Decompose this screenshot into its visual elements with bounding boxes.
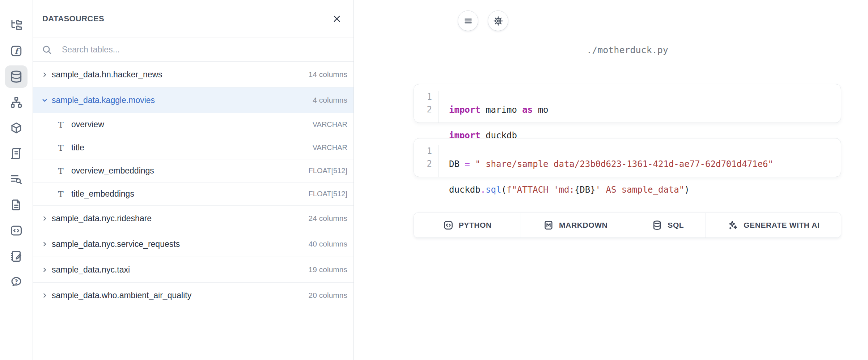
chevron-right-icon [41, 292, 48, 299]
file-tree-icon [10, 19, 23, 32]
table-row[interactable]: sample_data.hn.hacker_news 14 columns [33, 62, 353, 87]
sidebar-item-search-logs[interactable] [5, 168, 27, 190]
table-row[interactable]: sample_data.who.ambient_air_quality 20 c… [33, 283, 353, 308]
list-search-icon [10, 173, 23, 186]
line-number: 2 [414, 158, 432, 170]
code-icon [443, 220, 454, 231]
close-panel-button[interactable] [330, 12, 344, 26]
table-column-count: 20 columns [309, 291, 347, 300]
column-name: overview_embeddings [71, 166, 154, 176]
activity-bar: f ? [0, 0, 33, 360]
text-type-icon: T [56, 189, 65, 199]
database-icon [9, 70, 23, 83]
sidebar-item-file-tree[interactable] [5, 14, 27, 37]
scroll-icon [10, 147, 23, 160]
column-name: title_embeddings [71, 189, 134, 199]
code-editor[interactable]: import marimo as mo import duckdb [439, 91, 549, 123]
code-cell[interactable]: 1 2 DB = "_share/sample_data/23b0d623-13… [414, 138, 841, 177]
line-number: 2 [414, 103, 432, 116]
table-column-count: 40 columns [309, 240, 347, 248]
sidebar-item-packages[interactable] [5, 117, 27, 139]
sparkles-icon [727, 219, 738, 231]
text-type-icon: T [56, 143, 65, 153]
datasources-panel: DATASOURCES sample_data.hn.hacker_news 1… [33, 0, 354, 360]
app-window: f ? DATASOURCES [0, 0, 868, 360]
chevron-right-icon [41, 72, 48, 78]
line-number-gutter: 1 2 [414, 91, 439, 123]
table-row[interactable]: sample_data.nyc.rideshare 24 columns [33, 206, 353, 231]
add-cell-toolbar: PYTHON MARKDOWN SQL GENERATE WITH AI [414, 213, 841, 238]
text-type-icon: T [56, 166, 65, 176]
hamburger-menu-icon [463, 16, 473, 26]
column-name: title [71, 143, 84, 153]
sidebar-item-datasources[interactable] [5, 65, 27, 88]
add-sql-cell-button[interactable]: SQL [630, 213, 706, 237]
close-icon [332, 14, 342, 23]
sidebar-item-scratchpad[interactable] [5, 245, 27, 267]
table-name: sample_data.nyc.taxi [52, 265, 130, 275]
column-row[interactable]: T title VARCHAR [33, 136, 353, 159]
package-cube-icon [10, 121, 23, 134]
sidebar-item-dependency-graph[interactable] [5, 91, 27, 113]
column-row[interactable]: T overview_embeddings FLOAT[512] [33, 159, 353, 183]
sidebar-item-chat-help[interactable]: ? [5, 271, 27, 293]
table-name: sample_data.who.ambient_air_quality [52, 291, 191, 300]
column-row[interactable]: T title_embeddings FLOAT[512] [33, 183, 353, 206]
table-name: sample_data.nyc.service_requests [52, 239, 180, 249]
sitemap-icon [10, 96, 23, 109]
search-icon [42, 44, 52, 55]
sidebar-item-documentation[interactable] [5, 194, 27, 216]
code-editor[interactable]: DB = "_share/sample_data/23b0d623-1361-4… [439, 145, 773, 177]
table-column-count: 19 columns [309, 265, 347, 274]
chevron-right-icon [41, 215, 48, 222]
table-name: sample_data.hn.hacker_news [52, 70, 162, 80]
panel-title: DATASOURCES [42, 14, 104, 23]
function-icon: f [10, 44, 23, 57]
notebook-main-area: ./motherduck.py 1 2 import marimo as mo … [354, 0, 868, 360]
add-markdown-cell-button[interactable]: MARKDOWN [521, 213, 630, 237]
code-line: import marimo as mo [449, 104, 549, 116]
column-name: overview [71, 120, 104, 129]
line-number: 1 [414, 145, 432, 158]
markdown-icon [543, 220, 554, 231]
column-type: VARCHAR [313, 143, 347, 152]
column-row[interactable]: T overview VARCHAR [33, 113, 353, 136]
table-column-count: 24 columns [309, 214, 347, 223]
settings-button[interactable] [488, 10, 508, 31]
table-name: sample_data.kaggle.movies [52, 95, 155, 105]
search-bar [33, 38, 353, 62]
code-brackets-icon [10, 224, 23, 237]
line-number-gutter: 1 2 [414, 145, 439, 177]
code-cell[interactable]: 1 2 import marimo as mo import duckdb [414, 84, 841, 123]
chevron-right-icon [41, 241, 48, 247]
table-list: sample_data.hn.hacker_news 14 columns sa… [33, 62, 353, 308]
gear-icon [493, 16, 504, 26]
notebook-filename[interactable]: ./motherduck.py [414, 45, 841, 55]
code-line: duckdb.sql(f"ATTACH 'md:{DB}' AS sample_… [449, 184, 773, 196]
chevron-right-icon [41, 267, 48, 273]
table-row-selected[interactable]: sample_data.kaggle.movies 4 columns [33, 87, 353, 113]
code-line: DB = "_share/sample_data/23b0d623-1361-4… [449, 158, 773, 171]
database-icon [652, 220, 662, 231]
notebook-pencil-icon [10, 250, 23, 263]
document-icon [10, 198, 23, 211]
svg-text:f: f [14, 47, 20, 56]
text-type-icon: T [56, 120, 65, 129]
help-bubble-icon: ? [10, 275, 23, 288]
table-row[interactable]: sample_data.nyc.taxi 19 columns [33, 257, 353, 283]
generate-with-ai-button[interactable]: GENERATE WITH AI [706, 213, 841, 237]
line-number: 1 [414, 91, 432, 103]
table-name: sample_data.nyc.rideshare [52, 214, 152, 223]
sidebar-item-helper-functions[interactable]: f [5, 40, 27, 62]
panel-header: DATASOURCES [33, 0, 353, 38]
sidebar-item-snippets[interactable] [5, 219, 27, 242]
table-row[interactable]: sample_data.nyc.service_requests 40 colu… [33, 231, 353, 257]
search-input[interactable] [62, 45, 345, 55]
table-column-count: 14 columns [309, 70, 347, 79]
sidebar-item-logs[interactable] [5, 142, 27, 165]
add-python-cell-button[interactable]: PYTHON [414, 213, 521, 237]
table-column-count: 4 columns [313, 96, 347, 104]
column-type: VARCHAR [313, 120, 347, 129]
svg-text:?: ? [14, 278, 18, 285]
menu-button[interactable] [458, 10, 478, 31]
